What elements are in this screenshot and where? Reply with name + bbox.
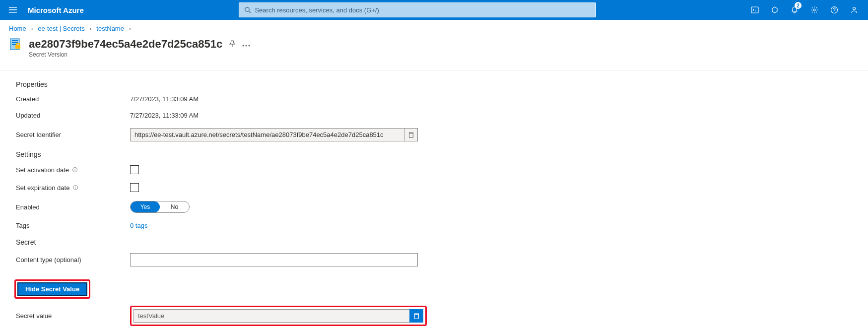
breadcrumb-keyvault[interactable]: ee-test | Secrets bbox=[38, 25, 84, 32]
breadcrumb-home[interactable]: Home bbox=[9, 25, 26, 32]
svg-rect-0 bbox=[9, 7, 17, 8]
top-bar: Microsoft Azure 2 bbox=[0, 0, 868, 20]
value-updated: 7/27/2023, 11:33:09 AM bbox=[130, 112, 199, 119]
secret-identifier-input[interactable] bbox=[130, 128, 404, 141]
svg-rect-1 bbox=[9, 9, 17, 10]
svg-point-16 bbox=[246, 45, 247, 46]
value-created: 7/27/2023, 11:33:09 AM bbox=[130, 95, 199, 103]
svg-point-8 bbox=[853, 7, 856, 10]
label-expiration-date: Set expiration date bbox=[16, 184, 130, 192]
settings-icon[interactable] bbox=[804, 0, 824, 20]
copy-icon bbox=[407, 132, 414, 138]
cloud-shell-icon[interactable] bbox=[745, 0, 765, 20]
menu-icon[interactable] bbox=[4, 6, 22, 14]
expiration-date-checkbox[interactable] bbox=[130, 183, 139, 192]
svg-point-6 bbox=[813, 9, 815, 11]
global-search[interactable] bbox=[239, 2, 596, 17]
label-secret-identifier: Secret Identifier bbox=[16, 131, 130, 138]
svg-line-4 bbox=[249, 11, 250, 13]
chevron-right-icon: › bbox=[129, 25, 131, 32]
label-tags: Tags bbox=[16, 222, 130, 229]
svg-point-17 bbox=[249, 45, 250, 46]
page-title: ae28073f9be74ec5a4e2de7d25ca851c bbox=[29, 38, 222, 51]
secret-value-input[interactable] bbox=[134, 309, 409, 323]
copy-identifier-button[interactable] bbox=[404, 128, 418, 141]
label-updated: Updated bbox=[16, 112, 130, 119]
section-settings: Settings bbox=[16, 150, 852, 158]
svg-rect-2 bbox=[9, 12, 17, 13]
enabled-yes[interactable]: Yes bbox=[131, 201, 160, 212]
secret-version-icon bbox=[9, 37, 23, 51]
chevron-right-icon: › bbox=[89, 25, 91, 32]
copy-secret-button[interactable] bbox=[409, 309, 423, 323]
content-type-input[interactable] bbox=[130, 253, 418, 266]
chevron-right-icon: › bbox=[31, 25, 33, 32]
hide-secret-button[interactable]: Hide Secret Value bbox=[17, 282, 87, 296]
section-secret: Secret bbox=[16, 238, 852, 246]
brand-label[interactable]: Microsoft Azure bbox=[22, 6, 90, 14]
label-enabled: Enabled bbox=[16, 203, 130, 211]
search-icon bbox=[244, 6, 251, 13]
pin-icon[interactable] bbox=[228, 40, 236, 49]
svg-rect-10 bbox=[12, 40, 18, 41]
notifications-icon[interactable]: 2 bbox=[785, 0, 804, 20]
activation-date-checkbox[interactable] bbox=[130, 165, 139, 174]
directory-icon[interactable] bbox=[765, 0, 785, 20]
svg-rect-18 bbox=[409, 133, 413, 137]
feedback-icon[interactable] bbox=[844, 0, 864, 20]
hide-secret-highlight: Hide Secret Value bbox=[14, 279, 90, 299]
info-icon[interactable] bbox=[72, 185, 78, 191]
label-secret-value: Secret value bbox=[16, 312, 130, 320]
section-properties: Properties bbox=[16, 80, 852, 88]
label-created: Created bbox=[16, 95, 130, 103]
enabled-toggle[interactable]: Yes No bbox=[130, 201, 190, 213]
label-activation-date: Set activation date bbox=[16, 166, 130, 174]
svg-rect-12 bbox=[12, 44, 16, 45]
svg-point-15 bbox=[243, 45, 244, 46]
tags-link[interactable]: 0 tags bbox=[130, 222, 147, 229]
help-icon[interactable] bbox=[824, 0, 844, 20]
search-input[interactable] bbox=[255, 6, 590, 14]
svg-rect-5 bbox=[751, 7, 758, 13]
secret-value-highlight bbox=[130, 306, 427, 326]
breadcrumb-secret[interactable]: testName bbox=[96, 25, 124, 32]
page-subtitle: Secret Version bbox=[0, 51, 868, 58]
copy-icon bbox=[413, 313, 420, 320]
label-content-type: Content type (optional) bbox=[16, 256, 130, 264]
more-icon[interactable] bbox=[242, 41, 250, 48]
svg-point-3 bbox=[245, 7, 249, 11]
enabled-no[interactable]: No bbox=[160, 201, 189, 212]
breadcrumb: Home › ee-test | Secrets › testName › bbox=[0, 20, 868, 35]
svg-rect-21 bbox=[415, 314, 419, 319]
info-icon[interactable] bbox=[72, 167, 78, 173]
notification-badge: 2 bbox=[795, 2, 801, 9]
